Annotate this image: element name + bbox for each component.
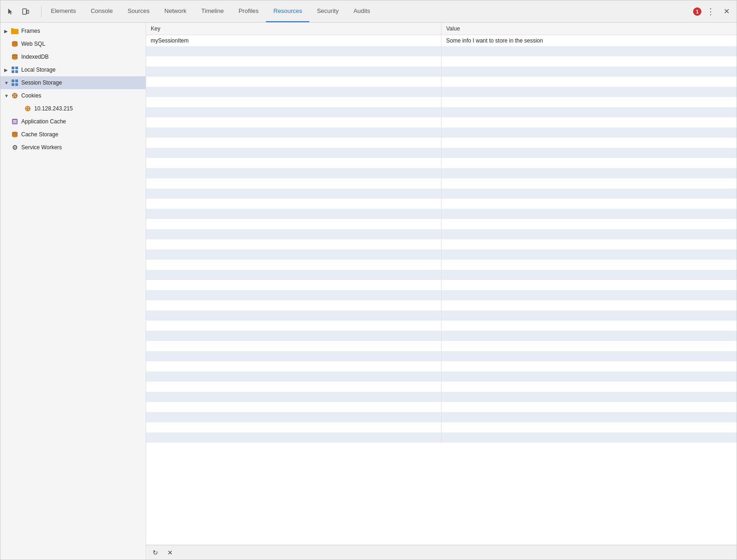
table-row[interactable] (146, 310, 737, 321)
sidebar-item-cookies[interactable]: ▼Cookies (0, 89, 146, 102)
cell-key (146, 178, 442, 189)
cell-value: Some info I want to store in the session (442, 35, 737, 47)
cell-value (442, 77, 737, 87)
table-row[interactable] (146, 87, 737, 97)
cell-key (146, 300, 442, 310)
tab-resources[interactable]: Resources (266, 0, 309, 22)
table-row[interactable] (146, 199, 737, 209)
table-row[interactable] (146, 290, 737, 300)
sidebar-item-label: Cookies (21, 92, 142, 99)
sidebar-item-cookie-ip[interactable]: 10.128.243.215 (0, 102, 146, 115)
data-bottom-toolbar: ↻ ✕ (146, 545, 737, 560)
table-row[interactable] (146, 270, 737, 280)
cell-value (442, 158, 737, 168)
cell-key (146, 189, 442, 199)
sidebar-item-frames[interactable]: ▶Frames (0, 24, 146, 37)
cell-value (442, 280, 737, 290)
cookie-sub-icon (24, 104, 32, 113)
svg-rect-32 (13, 120, 17, 121)
app-cache-icon (11, 117, 19, 126)
table-row[interactable] (146, 97, 737, 107)
table-row[interactable] (146, 229, 737, 239)
table-row[interactable] (146, 56, 737, 67)
table-row[interactable] (146, 138, 737, 148)
table-row[interactable] (146, 321, 737, 331)
table-row[interactable] (146, 422, 737, 432)
sidebar-item-cache-storage[interactable]: Cache Storage (0, 128, 146, 141)
table-row[interactable] (146, 158, 737, 168)
cell-value (442, 67, 737, 77)
cell-key (146, 422, 442, 432)
cell-key (146, 270, 442, 280)
tab-security[interactable]: Security (309, 0, 346, 22)
cell-key (146, 321, 442, 331)
tab-network[interactable]: Network (157, 0, 194, 22)
tab-profiles[interactable]: Profiles (231, 0, 266, 22)
cell-value (442, 341, 737, 351)
tab-sources[interactable]: Sources (120, 0, 157, 22)
table-row[interactable] (146, 77, 737, 87)
table-row[interactable] (146, 168, 737, 178)
sidebar: ▶FramesWeb SQLIndexedDB▶Local Storage▼Se… (0, 23, 146, 560)
sidebar-item-service-workers[interactable]: ⚙Service Workers (0, 141, 146, 154)
sidebar-item-label: Session Storage (21, 79, 142, 86)
svg-rect-16 (12, 79, 14, 82)
cell-value (442, 290, 737, 300)
table-row[interactable] (146, 280, 737, 290)
table-row[interactable] (146, 67, 737, 77)
sidebar-item-label: Frames (21, 28, 142, 34)
tab-console[interactable]: Console (83, 0, 120, 22)
table-row[interactable] (146, 128, 737, 138)
table-row[interactable]: mySessionItemSome info I want to store i… (146, 35, 737, 47)
sidebar-item-application-cache[interactable]: Application Cache (0, 115, 146, 128)
cell-value (442, 331, 737, 341)
table-row[interactable] (146, 432, 737, 443)
table-row[interactable] (146, 117, 737, 128)
table-row[interactable] (146, 382, 737, 392)
tab-elements[interactable]: Elements (43, 0, 83, 22)
svg-rect-0 (23, 9, 26, 14)
sidebar-item-local-storage[interactable]: ▶Local Storage (0, 63, 146, 76)
toolbar-icons (4, 5, 32, 18)
close-button[interactable]: ✕ (720, 5, 733, 18)
table-row[interactable] (146, 239, 737, 250)
tab-audits[interactable]: Audits (346, 0, 377, 22)
table-row[interactable] (146, 412, 737, 422)
clear-button[interactable]: ✕ (165, 547, 176, 558)
table-row[interactable] (146, 107, 737, 117)
cell-key (146, 392, 442, 402)
cell-key (146, 77, 442, 87)
cell-value (442, 422, 737, 432)
table-row[interactable] (146, 300, 737, 310)
table-row[interactable] (146, 392, 737, 402)
cell-value (442, 300, 737, 310)
tab-timeline[interactable]: Timeline (194, 0, 231, 22)
svg-point-6 (12, 45, 18, 47)
table-row[interactable] (146, 219, 737, 229)
sidebar-item-label: Service Workers (21, 144, 142, 151)
table-row[interactable] (146, 250, 737, 260)
table-row[interactable] (146, 209, 737, 219)
devtools-window: ElementsConsoleSourcesNetworkTimelinePro… (0, 0, 737, 560)
more-button[interactable]: ⋮ (704, 5, 717, 18)
refresh-button[interactable]: ↻ (150, 547, 161, 558)
svg-point-26 (25, 106, 31, 111)
table-row[interactable] (146, 46, 737, 56)
arrow-icon: ▶ (4, 67, 11, 73)
table-row[interactable] (146, 148, 737, 158)
table-row[interactable] (146, 260, 737, 270)
table-row[interactable] (146, 351, 737, 361)
sidebar-item-web-sql[interactable]: Web SQL (0, 37, 146, 50)
table-row[interactable] (146, 341, 737, 351)
table-row[interactable] (146, 402, 737, 412)
table-row[interactable] (146, 331, 737, 341)
sidebar-item-indexed-db[interactable]: IndexedDB (0, 50, 146, 63)
table-row[interactable] (146, 361, 737, 371)
table-row[interactable] (146, 189, 737, 199)
device-icon[interactable] (19, 5, 32, 18)
sidebar-item-session-storage[interactable]: ▼Session Storage (0, 76, 146, 89)
table-row[interactable] (146, 371, 737, 382)
svg-point-27 (26, 107, 27, 108)
table-row[interactable] (146, 178, 737, 189)
cursor-icon[interactable] (4, 5, 17, 18)
